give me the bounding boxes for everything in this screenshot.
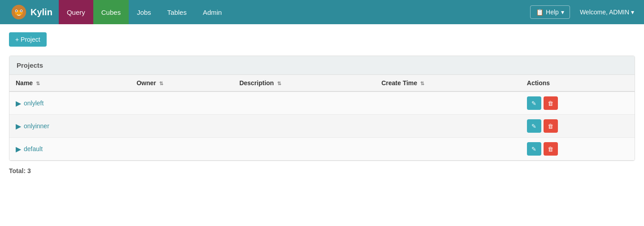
pencil-icon: ✎ xyxy=(531,146,536,152)
cell-name: ▶ onlyinner xyxy=(9,115,130,138)
col-create-time[interactable]: Create Time ⇅ xyxy=(375,75,520,91)
cell-create-time xyxy=(375,115,520,138)
delete-button[interactable]: 🗑 xyxy=(544,142,558,156)
brand-label: Kylin xyxy=(30,7,52,17)
edit-button[interactable]: ✎ xyxy=(527,142,541,156)
col-actions: Actions xyxy=(521,75,635,91)
welcome-text: Welcome, ADMIN xyxy=(580,9,629,16)
svg-point-4 xyxy=(16,10,17,12)
delete-button[interactable]: 🗑 xyxy=(544,119,558,133)
help-label: Help xyxy=(546,9,559,16)
trash-icon: 🗑 xyxy=(548,123,553,130)
project-link[interactable]: ▶ onlyinner xyxy=(16,122,124,130)
col-description-label: Description xyxy=(239,79,274,87)
project-name: onlyinner xyxy=(24,122,49,130)
trash-icon: 🗑 xyxy=(548,146,553,152)
svg-point-5 xyxy=(21,10,22,12)
cell-actions: ✎ 🗑 xyxy=(521,138,635,161)
cell-description xyxy=(233,91,375,115)
project-name: default xyxy=(24,145,43,152)
cell-create-time xyxy=(375,91,520,115)
cell-owner xyxy=(130,115,233,138)
help-icon: 📋 xyxy=(536,9,544,16)
cell-description xyxy=(233,138,375,161)
nav-right: 📋 Help ▾ Welcome, ADMIN ▾ xyxy=(530,5,640,19)
col-description[interactable]: Description ⇅ xyxy=(233,75,375,91)
welcome-chevron-icon: ▾ xyxy=(631,9,634,16)
col-description-sort-icon: ⇅ xyxy=(277,81,281,86)
kylin-logo-icon xyxy=(11,4,27,20)
table-row: ▶ onlyinner ✎ 🗑 xyxy=(9,115,635,138)
table-header: Name ⇅ Owner ⇅ Description ⇅ Create Time… xyxy=(9,75,635,91)
cell-owner xyxy=(130,138,233,161)
col-name-sort-icon: ⇅ xyxy=(36,81,40,86)
projects-card: Projects Name ⇅ Owner ⇅ Description ⇅ xyxy=(9,56,635,161)
welcome-dropdown[interactable]: Welcome, ADMIN ▾ xyxy=(574,6,640,18)
pencil-icon: ✎ xyxy=(531,100,536,107)
brand-logo[interactable]: Kylin xyxy=(4,4,59,20)
total-label: Total: 3 xyxy=(9,167,31,174)
nav-item-query[interactable]: Query xyxy=(59,0,93,24)
help-button[interactable]: 📋 Help ▾ xyxy=(530,5,570,19)
nav-item-admin[interactable]: Admin xyxy=(195,0,230,24)
project-name: onlyleft xyxy=(24,100,44,107)
col-owner[interactable]: Owner ⇅ xyxy=(130,75,233,91)
nav-item-jobs[interactable]: Jobs xyxy=(129,0,159,24)
nav-items: Query Cubes Jobs Tables Admin xyxy=(59,0,230,24)
cell-description xyxy=(233,115,375,138)
project-link[interactable]: ▶ default xyxy=(16,145,124,153)
col-create-time-sort-icon: ⇅ xyxy=(420,81,424,86)
nav-item-tables[interactable]: Tables xyxy=(159,0,195,24)
total-count: Total: 3 xyxy=(9,167,635,174)
navbar: Kylin Query Cubes Jobs Tables Admin 📋 He… xyxy=(0,0,644,24)
project-play-icon: ▶ xyxy=(16,145,21,153)
add-project-label: + Project xyxy=(15,36,40,43)
cell-name: ▶ onlyleft xyxy=(9,91,130,115)
edit-button[interactable]: ✎ xyxy=(527,96,541,110)
nav-item-cubes[interactable]: Cubes xyxy=(93,0,129,24)
trash-icon: 🗑 xyxy=(548,100,553,107)
cell-actions: ✎ 🗑 xyxy=(521,91,635,115)
help-chevron-icon: ▾ xyxy=(561,9,564,16)
col-actions-label: Actions xyxy=(527,79,550,87)
edit-button[interactable]: ✎ xyxy=(527,119,541,133)
col-create-time-label: Create Time xyxy=(381,79,417,87)
cell-name: ▶ default xyxy=(9,138,130,161)
cell-create-time xyxy=(375,138,520,161)
table-row: ▶ default ✎ 🗑 xyxy=(9,138,635,161)
col-owner-label: Owner xyxy=(136,79,156,87)
main-content: + Project Projects Name ⇅ Owner ⇅ Descri… xyxy=(0,24,644,183)
projects-title: Projects xyxy=(17,61,43,69)
cell-owner xyxy=(130,91,233,115)
projects-card-header: Projects xyxy=(9,56,635,75)
col-name-label: Name xyxy=(16,79,33,87)
col-owner-sort-icon: ⇅ xyxy=(159,81,163,86)
cell-actions: ✎ 🗑 xyxy=(521,115,635,138)
project-link[interactable]: ▶ onlyleft xyxy=(16,99,124,108)
table-body: ▶ onlyleft ✎ 🗑 ▶ onlyinner ✎ 🗑 ▶ default xyxy=(9,91,635,161)
delete-button[interactable]: 🗑 xyxy=(544,96,558,110)
pencil-icon: ✎ xyxy=(531,123,536,130)
table-row: ▶ onlyleft ✎ 🗑 xyxy=(9,91,635,115)
project-play-icon: ▶ xyxy=(16,99,21,108)
col-name[interactable]: Name ⇅ xyxy=(9,75,130,91)
project-play-icon: ▶ xyxy=(16,122,21,130)
add-project-button[interactable]: + Project xyxy=(9,32,47,47)
projects-table: Name ⇅ Owner ⇅ Description ⇅ Create Time… xyxy=(9,75,635,161)
